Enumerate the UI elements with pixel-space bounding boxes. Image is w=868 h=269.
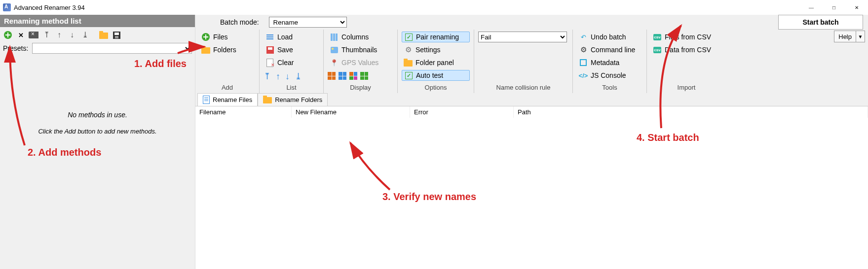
check-icon: ✓ <box>405 34 413 41</box>
col-new-filename[interactable]: New Filename <box>292 106 410 118</box>
add-folders-button[interactable]: Folders <box>199 44 255 55</box>
method-toolbar: ⤒ ↑ ↓ ⤓ <box>0 27 195 42</box>
option-settings[interactable]: Settings <box>402 44 470 55</box>
ribbon-group-list: Load Save Clear ⤒ ↑ ↓ ⤓ List <box>260 30 324 93</box>
presets-dropdown[interactable] <box>32 43 192 54</box>
batch-mode-row: Batch mode: Rename Start batch <box>195 15 868 30</box>
backspace-icon <box>29 32 38 38</box>
tab-rename-folders[interactable]: Rename Folders <box>258 93 328 106</box>
start-batch-button[interactable]: Start batch <box>778 15 863 30</box>
code-icon: </> <box>579 71 588 80</box>
collision-rule-dropdown[interactable]: Fail <box>478 32 567 42</box>
folder-icon <box>99 33 108 39</box>
ribbon-group-import: csvFiles from CSV csvData from CSV Impor… <box>647 30 726 93</box>
import-data-csv[interactable]: csvData from CSV <box>651 44 722 55</box>
folder-icon <box>404 60 413 67</box>
tool-js-console[interactable]: </>JS Console <box>577 70 642 81</box>
sort-up-button[interactable]: ↑ <box>276 72 280 81</box>
col-path[interactable]: Path <box>514 106 868 118</box>
display-thumbnails-button[interactable]: Thumbnails <box>328 44 393 55</box>
option-folder-panel[interactable]: Folder panel <box>402 57 470 68</box>
file-table-body[interactable] <box>195 118 868 269</box>
open-methods-button[interactable] <box>99 30 109 40</box>
list-icon <box>266 34 273 39</box>
display-columns-button[interactable]: Columns <box>328 32 393 42</box>
list-save-button[interactable]: Save <box>264 44 319 55</box>
plus-icon <box>4 31 12 39</box>
move-down-button[interactable]: ↓ <box>67 30 77 40</box>
tab-rename-files[interactable]: Rename Files <box>197 93 258 106</box>
import-files-csv[interactable]: csvFiles from CSV <box>651 32 722 42</box>
add-files-button[interactable]: Files <box>199 32 255 42</box>
grid-view-2[interactable] <box>339 72 346 80</box>
titlebar: Advanced Renamer 3.94 — □ ✕ <box>0 0 868 15</box>
remove-method-button[interactable] <box>16 30 26 40</box>
save-methods-button[interactable] <box>112 30 121 40</box>
ribbon-group-collision: Fail Name collision rule <box>474 30 573 93</box>
file-tabs: Rename Files Rename Folders <box>195 93 868 106</box>
grid-view-3[interactable] <box>349 72 357 80</box>
add-method-button[interactable] <box>3 30 13 40</box>
method-list-header: Renaming method list <box>0 15 195 27</box>
sort-top-button[interactable]: ⤒ <box>264 72 271 81</box>
file-icon <box>203 96 210 104</box>
save-icon <box>113 32 120 39</box>
window-controls: — □ ✕ <box>800 0 868 15</box>
minimize-button[interactable]: — <box>800 0 823 15</box>
col-error[interactable]: Error <box>410 106 514 118</box>
help-button[interactable]: Help <box>834 31 856 42</box>
tool-undo-batch[interactable]: ↶Undo batch <box>577 32 642 42</box>
pin-icon <box>330 58 339 67</box>
plus-icon <box>202 33 210 41</box>
thumbnails-icon <box>331 47 338 53</box>
batch-mode-label: Batch mode: <box>220 18 259 26</box>
folder-icon <box>201 47 210 54</box>
tool-command-line[interactable]: Command line <box>577 44 642 55</box>
move-bottom-button[interactable]: ⤓ <box>80 30 90 40</box>
option-pair-renaming[interactable]: ✓Pair renaming <box>402 32 470 42</box>
folder-icon <box>263 97 272 103</box>
close-button[interactable]: ✕ <box>845 0 868 15</box>
list-sort-arrows: ⤒ ↑ ↓ ⤓ <box>264 72 319 81</box>
clear-icon <box>266 59 273 67</box>
ribbon-group-tools: ↶Undo batch Command line Metadata </>JS … <box>573 30 647 93</box>
ribbon: Files Folders Add Load Save Clear ⤒ <box>195 30 868 93</box>
maximize-button[interactable]: □ <box>823 0 845 15</box>
list-load-button[interactable]: Load <box>264 32 319 42</box>
display-grid-buttons <box>328 72 393 80</box>
sort-bottom-button[interactable]: ⤓ <box>295 72 302 81</box>
ribbon-group-add: Files Folders Add <box>195 30 260 93</box>
gear-icon <box>579 45 588 54</box>
square-icon <box>580 59 587 66</box>
list-clear-button[interactable]: Clear <box>264 57 319 68</box>
save-icon <box>266 46 274 54</box>
tool-metadata[interactable]: Metadata <box>577 57 642 68</box>
display-gps-button[interactable]: GPS Values <box>328 57 393 68</box>
empty-line2: Click the Add button to add new methods. <box>0 128 195 135</box>
sort-down-button[interactable]: ↓ <box>285 72 290 81</box>
undo-icon: ↶ <box>579 33 588 41</box>
presets-row: Presets: <box>0 42 195 57</box>
col-filename[interactable]: Filename <box>195 106 292 118</box>
ribbon-group-display: Columns Thumbnails GPS Values Display <box>324 30 398 93</box>
csv-icon: csv <box>653 47 661 53</box>
columns-icon <box>331 34 338 41</box>
ribbon-group-options: ✓Pair renaming Settings Folder panel ✓Au… <box>398 30 474 93</box>
csv-icon: csv <box>653 34 661 40</box>
method-list-panel: Renaming method list ⤒ ↑ ↓ ⤓ Presets: No… <box>0 15 195 269</box>
option-auto-test[interactable]: ✓Auto test <box>402 70 470 81</box>
file-table-header: Filename New Filename Error Path <box>195 106 868 118</box>
help-wrap: Help ▼ <box>834 30 868 93</box>
clear-methods-button[interactable] <box>29 30 38 40</box>
help-dropdown-button[interactable]: ▼ <box>856 31 865 42</box>
grid-view-4[interactable] <box>360 72 368 80</box>
right-area: Batch mode: Rename Start batch Files Fol… <box>195 15 868 269</box>
move-up-button[interactable]: ↑ <box>54 30 64 40</box>
grid-view-1[interactable] <box>328 72 336 80</box>
window-title: Advanced Renamer 3.94 <box>14 4 85 11</box>
move-top-button[interactable]: ⤒ <box>41 30 51 40</box>
batch-mode-dropdown[interactable]: Rename <box>269 17 347 28</box>
gear-icon <box>404 45 413 54</box>
app-icon <box>3 3 11 11</box>
empty-line1: No methods in use. <box>0 111 195 119</box>
